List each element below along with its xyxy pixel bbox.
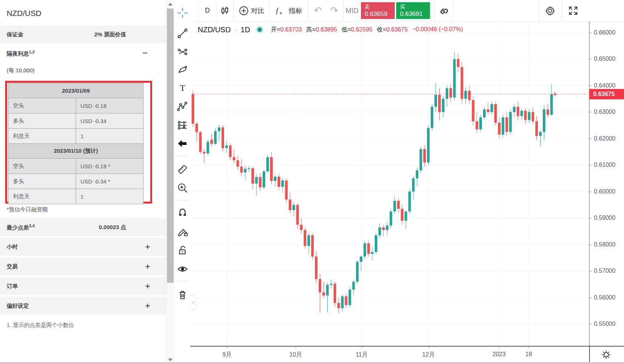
measure-tool-button[interactable] — [177, 164, 188, 175]
toolbar-divider — [176, 200, 188, 201]
candle — [337, 303, 340, 308]
time-axis-label: 18 — [525, 351, 532, 358]
expand-icon[interactable]: + — [145, 281, 150, 291]
candle — [476, 121, 478, 129]
chart-style-button[interactable] — [216, 0, 233, 21]
sell-button[interactable]: 卖 0.63659 — [361, 2, 395, 19]
chart-settings-button[interactable] — [539, 0, 562, 21]
fullscreen-icon — [568, 6, 578, 16]
trend-line-tool-button[interactable] — [177, 28, 188, 39]
candlestick-chart[interactable] — [190, 21, 589, 346]
xabcd-pattern-icon — [177, 101, 188, 112]
overnight-collapse-button[interactable]: − — [142, 47, 148, 59]
text-tool-button[interactable]: T — [177, 82, 188, 93]
spread-footnote: 1. 显示的点差是两个小数位 — [7, 322, 74, 329]
crosshair-tool-button[interactable] — [177, 7, 188, 19]
candle — [524, 111, 527, 120]
candle — [263, 171, 265, 187]
candle — [449, 88, 452, 97]
expand-icon[interactable]: + — [145, 242, 150, 252]
sidebar-scrollbar[interactable] — [166, 0, 174, 364]
table-row: 利息天 1 — [9, 129, 144, 144]
link-chart-button[interactable] — [434, 0, 453, 21]
candle — [199, 132, 202, 152]
indicators-button[interactable]: f x 指标 — [270, 0, 308, 21]
row-value: USD -0.34 * — [76, 174, 144, 189]
zoom-in-tool-button[interactable] — [177, 182, 188, 193]
arrow-marker-tool-button[interactable] — [177, 138, 188, 149]
price-axis-tick — [589, 165, 592, 165]
candle — [375, 235, 377, 252]
price-axis-label: 0.62000 — [594, 135, 615, 142]
accordion-hours[interactable]: 小时 + — [0, 238, 166, 256]
candle — [427, 128, 430, 162]
candle — [319, 279, 321, 292]
accordion-trading[interactable]: 交易 + — [0, 258, 166, 275]
toolbar-collapse-handle[interactable]: ‹ — [190, 295, 196, 310]
candle — [259, 177, 262, 187]
candle — [315, 257, 318, 279]
toolbar-divider — [176, 281, 188, 281]
candle — [330, 284, 332, 285]
overnight-table-estimated: 2023/01/10 (预计) 空头 USD -0.18 * 多头 USD -0… — [8, 143, 144, 204]
candle — [505, 118, 508, 132]
time-axis-tick — [227, 347, 227, 348]
candle — [457, 59, 459, 67]
time-axis-tick — [362, 347, 362, 348]
scroll-up-button[interactable] — [166, 0, 174, 8]
candle — [334, 284, 336, 303]
redo-button[interactable]: ↷ — [326, 0, 342, 21]
undo-button[interactable]: ↶ — [310, 0, 326, 21]
pattern-tool-button[interactable] — [177, 101, 188, 112]
candle — [509, 112, 512, 132]
price-axis-tick — [589, 271, 592, 271]
accordion-orders[interactable]: 订单 + — [0, 277, 166, 295]
gear-icon — [545, 5, 556, 16]
candle — [214, 131, 217, 144]
table-date-header: 2023/01/09 — [9, 83, 144, 98]
scrollbar-thumb[interactable] — [167, 9, 174, 283]
time-axis[interactable]: 9月10月11月12月202318 — [190, 346, 624, 363]
interval-button[interactable]: D — [198, 0, 216, 21]
accordion-preferences[interactable]: 偏好设定 + — [0, 297, 166, 315]
expand-icon[interactable]: + — [145, 301, 150, 311]
fullscreen-button[interactable] — [562, 0, 585, 21]
candle — [371, 252, 374, 254]
long-position-tool-button[interactable] — [177, 120, 188, 131]
expand-icon[interactable]: + — [145, 261, 150, 272]
candle — [360, 257, 362, 262]
price-axis-tick — [589, 112, 592, 112]
magnet-icon — [177, 207, 188, 217]
bottom-edge-strip — [0, 362, 624, 364]
triangle-up-icon — [168, 3, 173, 6]
candle — [300, 225, 303, 230]
gann-fib-tool-button[interactable] — [177, 46, 188, 57]
brush-tool-button[interactable] — [177, 64, 188, 75]
price-axis-label: 0.64000 — [594, 82, 615, 89]
magnet-tool-button[interactable] — [177, 206, 188, 218]
candle — [393, 201, 396, 212]
candle — [210, 140, 213, 144]
candle — [498, 123, 500, 135]
price-axis[interactable]: 0.660000.650000.640000.630000.620000.610… — [589, 21, 624, 346]
candle — [348, 289, 351, 305]
candle — [192, 94, 194, 124]
lock-all-tool-button[interactable] — [177, 245, 188, 256]
remove-drawings-button[interactable] — [177, 289, 188, 300]
brightness-icon[interactable] — [601, 350, 611, 360]
price-axis-tick — [589, 139, 592, 139]
fx-icon: f x — [275, 6, 286, 16]
svg-text:x: x — [280, 10, 282, 16]
candle — [416, 171, 418, 178]
candle — [244, 169, 246, 172]
candle — [203, 152, 206, 153]
current-price-label: 0.63675 — [589, 89, 624, 99]
time-axis-label: 2023 — [492, 351, 506, 358]
hide-all-tool-button[interactable] — [177, 264, 188, 275]
drawing-mode-tool-button[interactable] — [177, 226, 188, 237]
price-axis-tick — [589, 324, 592, 324]
open-padlock-icon — [177, 245, 188, 255]
price-axis-label: 0.58000 — [594, 241, 615, 248]
buy-button[interactable]: 买 0.63691 — [396, 2, 430, 19]
compare-button[interactable]: 对比 — [233, 0, 270, 21]
